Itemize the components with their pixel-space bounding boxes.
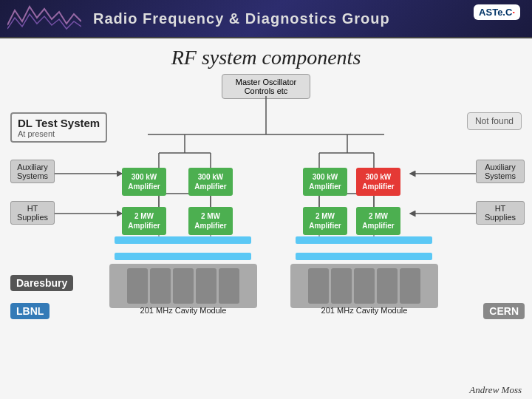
right-amp-300kw-1: 300 kW Amplifier <box>303 168 347 196</box>
astec-logo: ASTe.C· <box>474 4 520 20</box>
dl-test-system-box: DL Test System At present <box>10 112 107 143</box>
cavity-unit <box>400 268 420 304</box>
cavity-unit <box>173 268 194 304</box>
ht-supplies-right: HT Supplies <box>476 201 525 225</box>
cavity-group-right <box>290 264 438 308</box>
aux-systems-right: Auxiliary Systems <box>476 160 525 183</box>
page-title: RF system components <box>0 38 532 69</box>
main-content: RF system components Master Oscillator C… <box>0 38 532 399</box>
blue-bar-left-top <box>115 236 251 244</box>
wave-icon <box>7 3 81 33</box>
cavity-unit <box>127 268 148 304</box>
left-amp-300kw-2: 300 kW Amplifier <box>188 168 233 196</box>
blue-bar-right-bot <box>296 253 432 260</box>
left-amp-300kw-1: 300 kW Amplifier <box>122 168 166 196</box>
header: Radio Frequency & Diagnostics Group ASTe… <box>0 0 532 38</box>
right-amp-2mw-1: 2 MW Amplifier <box>303 207 347 235</box>
header-title: Radio Frequency & Diagnostics Group <box>93 10 390 27</box>
master-oscillator-box: Master Oscillator Controls etc <box>222 74 310 99</box>
aux-systems-left: Auxiliary Systems <box>10 160 55 183</box>
left-amp-2mw-1: 2 MW Amplifier <box>122 207 166 235</box>
not-found-box: Not found <box>467 112 522 130</box>
right-amp-2mw-2: 2 MW Amplifier <box>356 207 400 235</box>
cavity-unit <box>308 268 329 304</box>
cern-badge: CERN <box>483 303 525 319</box>
cavity-unit <box>219 268 239 304</box>
cavity-label-left: 201 MHz Cavity Module <box>109 306 257 315</box>
cavity-unit <box>150 268 171 304</box>
cavity-unit <box>331 268 352 304</box>
right-amp-300kw-2: 300 kW Amplifier <box>356 168 400 196</box>
cavity-row-left <box>127 268 239 304</box>
blue-bar-left-bot <box>115 253 251 260</box>
left-amp-2mw-2: 2 MW Amplifier <box>188 207 233 235</box>
cavity-unit <box>377 268 398 304</box>
blue-bar-right-top <box>296 236 432 244</box>
lbnl-badge: LBNL <box>10 303 50 319</box>
author-label: Andrew Moss <box>469 384 522 396</box>
cavity-group-left <box>109 264 257 308</box>
cavity-label-right: 201 MHz Cavity Module <box>290 306 438 315</box>
daresbury-badge: Daresbury <box>10 275 73 291</box>
cavity-row-right <box>308 268 420 304</box>
ht-supplies-left: HT Supplies <box>10 201 55 225</box>
cavity-unit <box>354 268 375 304</box>
cavity-unit <box>196 268 216 304</box>
